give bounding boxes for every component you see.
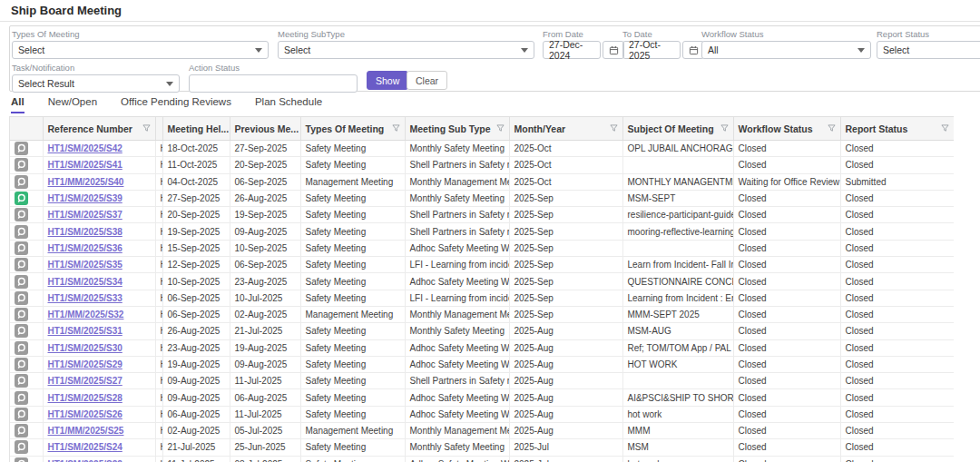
cell-icon (10, 389, 43, 406)
row-preview-button preview-icon[interactable] (15, 424, 28, 437)
column-header-held[interactable]: Meeting Hel... (162, 117, 230, 141)
column-header-workflow[interactable]: Workflow Status (733, 117, 840, 141)
table-row: HT1/SM/2025/S35H12-Sep-202506-Sep-2025Sa… (10, 257, 954, 273)
reference-link[interactable]: HT1/SM/2025/S28 (48, 393, 122, 403)
tab-new-open[interactable]: New/Open (48, 96, 97, 113)
row-preview-button preview-icon[interactable] (15, 440, 28, 454)
from-date-input[interactable]: 27-Dec-2024 (543, 41, 601, 59)
row-preview-button preview-icon[interactable] (15, 374, 28, 388)
reference-link[interactable]: HT1/SM/2025/S24 (48, 442, 122, 452)
filter-icon[interactable] (720, 124, 729, 133)
reference-link[interactable]: HT1/SM/2025/S30 (48, 343, 122, 353)
action-status-input[interactable] (189, 74, 358, 93)
column-header-subject[interactable]: Subject Of Meeting (622, 117, 733, 141)
types-of-meeting-select[interactable]: Select (12, 41, 269, 59)
cell-held: 23-Aug-2025 (162, 339, 230, 356)
row-preview-button preview-icon[interactable] (15, 324, 28, 338)
reference-link[interactable]: HT1/SM/2025/S33 (48, 293, 122, 303)
row-preview-button preview-icon[interactable] (15, 457, 28, 462)
cell-held: 09-Aug-2025 (162, 389, 230, 406)
reference-link[interactable]: HT1/MM/2025/S40 (48, 177, 124, 187)
row-preview-button preview-icon[interactable] (15, 175, 28, 189)
table-header-row: Reference NumberMeeting Hel...Previous M… (10, 117, 954, 141)
reference-link[interactable]: HT1/SM/2025/S38 (48, 227, 122, 237)
cell-held: 10-Sep-2025 (162, 273, 230, 290)
reference-link[interactable]: HT1/SM/2025/S42 (48, 143, 122, 153)
meeting-subtype-value: Select (284, 44, 310, 55)
filter-icon[interactable] (828, 124, 836, 133)
column-header-report[interactable]: Report Status (840, 117, 954, 141)
filter-icon[interactable] (941, 124, 949, 133)
cell-subtype: Monthly Management Meeti... (405, 423, 509, 439)
tab-all[interactable]: All (11, 96, 24, 113)
reference-link[interactable]: HT1/SM/2025/S37 (48, 210, 122, 220)
task-notification-select[interactable]: Select Result (12, 74, 180, 93)
row-preview-button preview-icon[interactable] (15, 308, 28, 321)
cell-subtype: Adhoc Safety Meeting Work r... (405, 339, 509, 356)
clear-button[interactable]: Clear (407, 71, 447, 90)
row-preview-button preview-icon[interactable] (15, 341, 28, 355)
row-preview-button preview-icon[interactable] (15, 192, 28, 205)
cell-subtype: Shell Partners in Safety meet... (405, 157, 509, 173)
to-date-input[interactable]: 27-Oct-2025 (622, 41, 681, 59)
row-preview-button preview-icon[interactable] (15, 275, 28, 289)
cell-icon (10, 257, 43, 273)
reference-link[interactable]: HT1/SM/2025/S41 (48, 160, 122, 170)
row-preview-button preview-icon[interactable] (15, 158, 28, 172)
row-preview-button preview-icon[interactable] (15, 208, 28, 221)
cell-reference-number: HT1/MM/2025/S40 (43, 173, 155, 190)
cell-type: Safety Meeting (300, 223, 405, 240)
row-preview-button preview-icon[interactable] (15, 258, 28, 271)
cell-report: Closed (840, 406, 954, 422)
column-header-month[interactable]: Month/Year (509, 117, 622, 141)
row-preview-button preview-icon[interactable] (15, 358, 28, 371)
reference-link[interactable]: HT1/SM/2025/S35 (48, 260, 122, 270)
row-preview-button preview-icon[interactable] (15, 225, 28, 239)
cell-subject: QUESTIONNAIRE CONCENTR... (622, 273, 733, 290)
reference-link[interactable]: HT1/SM/2025/S34 (48, 277, 122, 287)
reference-link[interactable]: HT1/MM/2025/S25 (48, 426, 124, 436)
chevron-down-icon (858, 48, 865, 53)
reference-link[interactable]: HT1/SM/2025/S27 (48, 376, 122, 386)
cell-sliver: H (155, 223, 162, 240)
reference-link[interactable]: HT1/SM/2025/S29 (48, 359, 122, 369)
cell-reference-number: HT1/SM/2025/S39 (43, 190, 155, 206)
column-header-ref[interactable]: Reference Number (43, 117, 155, 141)
types-of-meeting-label: Types Of Meeting (12, 29, 269, 39)
cell-workflow: Closed (733, 306, 840, 322)
cell-sliver: H (155, 306, 162, 322)
cell-previous: 10-Sep-2025 (230, 240, 300, 256)
cell-reference-number: HT1/SM/2025/S24 (43, 439, 155, 456)
cell-subject: MMM-SEPT 2025 (622, 306, 733, 322)
show-button[interactable]: Show (367, 71, 408, 90)
reference-link[interactable]: HT1/SM/2025/S39 (48, 193, 122, 203)
cell-subtype: Monthly Safety Meeting (405, 141, 509, 157)
reference-link[interactable]: HT1/SM/2025/S26 (48, 409, 122, 419)
meeting-subtype-select[interactable]: Select (278, 41, 534, 59)
column-header-previous[interactable]: Previous Me... (230, 117, 300, 141)
from-date-calendar-button[interactable] (603, 41, 624, 59)
reference-link[interactable]: HT1/SM/2025/S31 (48, 326, 122, 336)
cell-type: Safety Meeting (300, 456, 405, 462)
column-header-type[interactable]: Types Of Meeting (300, 117, 405, 141)
row-preview-button preview-icon[interactable] (15, 241, 28, 255)
filter-icon[interactable] (610, 124, 618, 133)
cell-type: Safety Meeting (300, 323, 405, 339)
filter-icon[interactable] (392, 124, 400, 133)
row-preview-button preview-icon[interactable] (15, 291, 28, 305)
calendar-icon (689, 45, 699, 55)
report-status-select[interactable]: Select (877, 41, 980, 59)
row-preview-button preview-icon[interactable] (15, 391, 28, 405)
tab-plan-schedule[interactable]: Plan Schedule (255, 96, 322, 113)
column-header-subtype[interactable]: Meeting Sub Type (405, 117, 509, 141)
cell-workflow: Closed (733, 456, 840, 462)
tab-office-pending-reviews[interactable]: Office Pending Reviews (121, 96, 231, 113)
filter-icon[interactable] (142, 124, 151, 133)
workflow-status-select[interactable]: All (701, 41, 871, 59)
filter-icon[interactable] (496, 124, 505, 133)
reference-link[interactable]: HT1/MM/2025/S32 (48, 310, 124, 319)
row-preview-button preview-icon[interactable] (15, 408, 28, 421)
cell-icon (10, 157, 43, 173)
reference-link[interactable]: HT1/SM/2025/S36 (48, 243, 122, 253)
row-preview-button preview-icon[interactable] (15, 142, 28, 155)
